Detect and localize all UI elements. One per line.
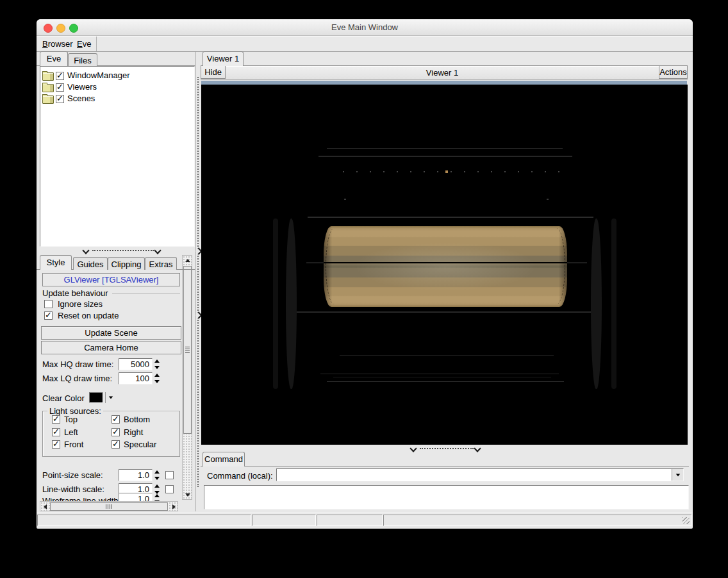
splitter-down-icon bbox=[410, 445, 417, 452]
ignore-sizes-checkbox[interactable] bbox=[44, 300, 53, 308]
light-sources-group: Light sources: Top Bottom Left Right Fro… bbox=[42, 411, 180, 457]
tree-checkbox-viewers[interactable] bbox=[56, 83, 64, 92]
tab-extras[interactable]: Extras bbox=[145, 257, 177, 270]
up-arrow-icon[interactable] bbox=[154, 469, 160, 475]
tree-row-scenes[interactable]: Scenes bbox=[40, 93, 194, 104]
up-arrow-icon[interactable] bbox=[154, 483, 160, 489]
update-scene-button[interactable]: Update Scene bbox=[41, 326, 181, 340]
wireframe-line bbox=[320, 374, 559, 374]
point-size-entry[interactable]: 1.0 bbox=[119, 469, 153, 481]
thumb-grip bbox=[106, 504, 112, 509]
horizontal-scroll-thumb[interactable] bbox=[50, 502, 168, 511]
hide-button[interactable]: Hide bbox=[201, 66, 226, 79]
wireframe-line bbox=[295, 311, 595, 313]
tree-label: Scenes bbox=[67, 94, 95, 103]
camera-home-button[interactable]: Camera Home bbox=[41, 341, 181, 354]
line-width-label: Line-width scale: bbox=[42, 484, 104, 494]
cylinder-end-arc bbox=[548, 228, 565, 304]
command-combobox[interactable] bbox=[276, 468, 684, 481]
scroll-down-icon[interactable] bbox=[185, 492, 190, 498]
wireframe-line bbox=[308, 217, 593, 218]
up-arrow-icon[interactable] bbox=[154, 372, 160, 378]
wireframe-line bbox=[333, 377, 551, 377]
section-rule bbox=[112, 293, 180, 294]
update-behaviour-section: Update behaviour bbox=[42, 288, 180, 298]
center-marker bbox=[445, 170, 448, 173]
vertical-splitter[interactable] bbox=[195, 51, 201, 511]
tree-label: WindowManager bbox=[67, 70, 130, 80]
scroll-left-icon[interactable] bbox=[42, 504, 48, 509]
point-size-label: Point-size scale: bbox=[42, 470, 103, 480]
menu-bar: Browser Eve bbox=[37, 36, 693, 52]
light-bottom-checkbox[interactable] bbox=[112, 415, 120, 424]
point-size-spinner[interactable] bbox=[153, 469, 161, 481]
dropdown-arrow-icon bbox=[109, 397, 113, 399]
max-lq-spinner[interactable] bbox=[153, 372, 161, 384]
command-input[interactable] bbox=[277, 470, 674, 481]
viewer-bottom-splitter[interactable] bbox=[201, 445, 688, 452]
tab-style[interactable]: Style bbox=[40, 255, 72, 270]
clear-color-dropdown[interactable] bbox=[105, 392, 116, 403]
tree-row-viewers[interactable]: Viewers bbox=[40, 81, 194, 93]
light-top-checkbox[interactable] bbox=[52, 415, 60, 424]
wireframe-spinner[interactable] bbox=[153, 493, 161, 501]
endcap-outline bbox=[611, 219, 616, 389]
wireframe-entry[interactable]: 1.0 bbox=[119, 493, 153, 501]
clear-color-swatch[interactable] bbox=[89, 392, 103, 403]
command-local-label: Command (local): bbox=[207, 471, 273, 481]
viewer-tabline bbox=[201, 65, 688, 66]
tree-checkbox-windowmanager[interactable] bbox=[56, 72, 64, 80]
tab-files[interactable]: Files bbox=[68, 53, 97, 66]
left-horizontal-splitter[interactable] bbox=[40, 247, 195, 254]
light-left-checkbox[interactable] bbox=[52, 428, 60, 436]
window-title: Eve Main Window bbox=[37, 22, 693, 32]
command-output bbox=[204, 485, 689, 509]
max-hq-label: Max HQ draw time: bbox=[42, 359, 113, 369]
light-specular-checkbox[interactable] bbox=[112, 440, 120, 449]
scroll-right-icon[interactable] bbox=[171, 504, 177, 509]
style-panel: GLViewer [TGLSAViewer] Update behaviour … bbox=[40, 270, 182, 501]
glviewer-button[interactable]: GLViewer [TGLSAViewer] bbox=[42, 273, 180, 286]
splitter-down-icon bbox=[154, 247, 161, 254]
tab-viewer-1[interactable]: Viewer 1 bbox=[203, 51, 244, 66]
editor-horizontal-scrollbar[interactable] bbox=[40, 501, 178, 511]
command-dropdown-button[interactable] bbox=[672, 469, 683, 481]
viewer-header: Hide Viewer 1 Actions bbox=[201, 66, 688, 79]
tab-clipping[interactable]: Clipping bbox=[108, 257, 145, 270]
max-hq-entry[interactable]: 5000 bbox=[119, 358, 153, 370]
menu-eve[interactable]: Eve bbox=[77, 39, 91, 49]
clear-color-label: Clear Color bbox=[42, 393, 85, 403]
tree-checkbox-scenes[interactable] bbox=[56, 95, 64, 103]
point-size-override-checkbox[interactable] bbox=[165, 471, 174, 479]
actions-button[interactable]: Actions bbox=[659, 66, 688, 79]
gl-viewport[interactable] bbox=[201, 85, 688, 445]
reset-on-update-checkbox[interactable] bbox=[44, 311, 53, 320]
scroll-up-icon[interactable] bbox=[185, 258, 190, 263]
tab-command[interactable]: Command bbox=[203, 452, 245, 467]
menubar-divider bbox=[96, 37, 97, 51]
status-cell bbox=[252, 515, 316, 526]
title-bar: Eve Main Window bbox=[37, 19, 693, 36]
tab-eve[interactable]: Eve bbox=[40, 51, 68, 66]
down-arrow-icon[interactable] bbox=[154, 365, 160, 370]
resize-grip-icon[interactable] bbox=[682, 517, 690, 524]
tree-row-windowmanager[interactable]: WindowManager bbox=[40, 70, 194, 81]
command-tabline bbox=[201, 466, 689, 467]
up-arrow-icon[interactable] bbox=[154, 358, 160, 364]
max-hq-spinner[interactable] bbox=[153, 358, 161, 370]
tab-guides[interactable]: Guides bbox=[73, 257, 108, 270]
endcap-disk bbox=[591, 219, 602, 389]
light-right-checkbox[interactable] bbox=[112, 428, 120, 436]
max-lq-entry[interactable]: 100 bbox=[119, 372, 153, 384]
editor-vertical-scrollbar[interactable] bbox=[182, 255, 192, 500]
eve-main-window: Eve Main Window Browser Eve Eve Files Wi… bbox=[37, 19, 693, 529]
light-front-checkbox[interactable] bbox=[52, 440, 60, 449]
status-cell bbox=[37, 515, 251, 526]
up-arrow-icon[interactable] bbox=[154, 493, 160, 499]
down-arrow-icon[interactable] bbox=[154, 379, 160, 384]
down-arrow-icon[interactable] bbox=[154, 475, 160, 481]
line-width-override-checkbox[interactable] bbox=[165, 485, 174, 493]
folder-icon bbox=[42, 84, 54, 92]
menu-browser[interactable]: Browser bbox=[42, 39, 73, 49]
vertical-scroll-thumb[interactable] bbox=[183, 266, 192, 434]
